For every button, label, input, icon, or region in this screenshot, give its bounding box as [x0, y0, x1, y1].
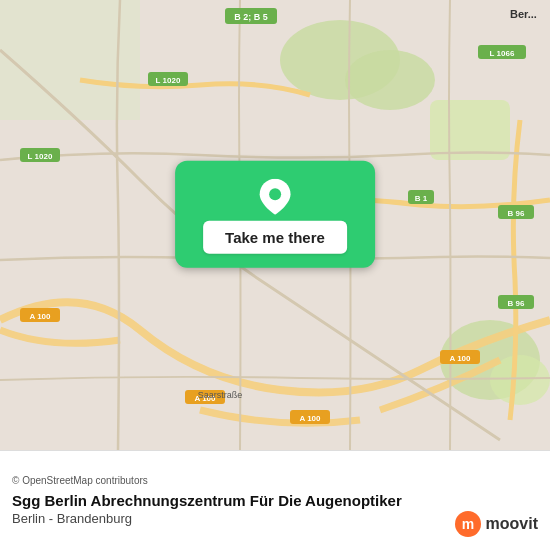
svg-text:B 2; B 5: B 2; B 5 — [234, 12, 268, 22]
svg-text:A 100: A 100 — [29, 312, 51, 321]
svg-point-2 — [345, 50, 435, 110]
take-me-there-container: Take me there — [175, 161, 375, 268]
svg-text:Saarstraße: Saarstraße — [198, 390, 243, 400]
map-pin-icon — [257, 179, 293, 215]
moovit-icon: m — [454, 510, 482, 538]
svg-text:m: m — [461, 516, 473, 532]
svg-text:A 100: A 100 — [449, 354, 471, 363]
take-me-there-button[interactable]: Take me there — [203, 221, 347, 254]
location-card: Take me there — [175, 161, 375, 268]
svg-text:L 1020: L 1020 — [28, 152, 53, 161]
svg-text:L 1020: L 1020 — [156, 76, 181, 85]
svg-text:B 96: B 96 — [508, 299, 525, 308]
location-title: Sgg Berlin Abrechnungszentrum Für Die Au… — [12, 492, 538, 509]
svg-text:A 100: A 100 — [299, 414, 321, 423]
svg-text:B 96: B 96 — [508, 209, 525, 218]
map-container: B 2; B 5 L 1066 L 1020 L 1020 B 1 B 1 B … — [0, 0, 550, 450]
svg-text:Ber...: Ber... — [510, 8, 537, 20]
osm-attribution: © OpenStreetMap contributors — [12, 475, 538, 486]
footer: © OpenStreetMap contributors Sgg Berlin … — [0, 450, 550, 550]
svg-text:B 1: B 1 — [415, 194, 428, 203]
moovit-text: moovit — [486, 515, 538, 533]
svg-text:L 1066: L 1066 — [490, 49, 515, 58]
svg-point-33 — [269, 188, 281, 200]
svg-rect-3 — [430, 100, 510, 160]
moovit-logo: m moovit — [454, 510, 538, 538]
